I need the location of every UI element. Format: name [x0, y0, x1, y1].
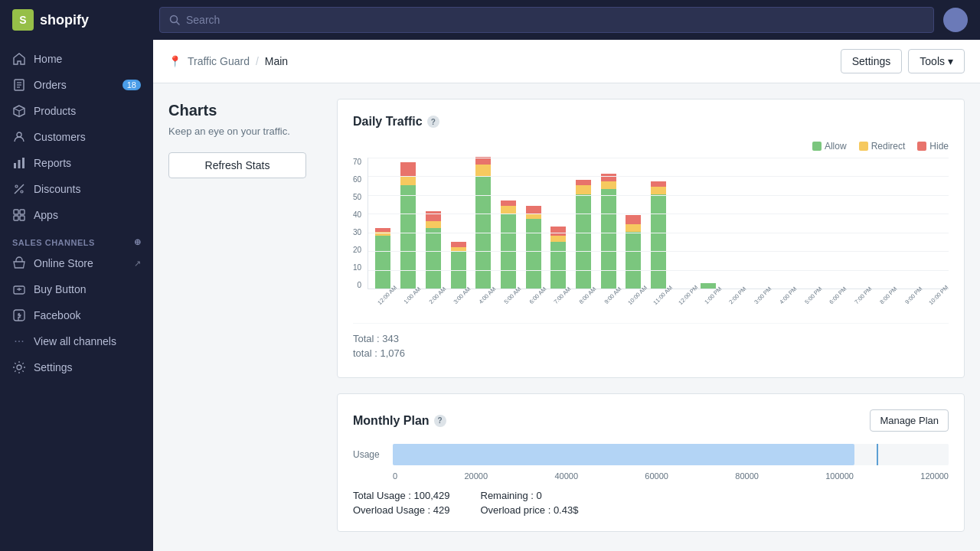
sidebar-item-discounts[interactable]: Discounts: [0, 176, 153, 202]
sidebar-item-apps[interactable]: Apps: [0, 202, 153, 228]
search-input[interactable]: [186, 14, 924, 26]
external-link-icon: ↗: [134, 259, 141, 269]
sidebar-item-buy-button[interactable]: Buy Button: [0, 276, 153, 302]
y-label-60: 60: [353, 175, 361, 184]
bar-group-8: [572, 158, 596, 289]
total2-stat: total : 1,076: [353, 347, 949, 359]
bar-group-19: [847, 158, 871, 289]
legend-redirect-dot: [859, 142, 868, 151]
avatar[interactable]: [943, 8, 968, 32]
svg-point-24: [17, 365, 21, 370]
bar-group-20: [872, 158, 896, 289]
x-label-80000: 80000: [735, 471, 759, 481]
search-bar[interactable]: [159, 7, 934, 33]
sidebar-item-products[interactable]: Products: [0, 98, 153, 124]
sidebar-item-reports-label: Reports: [34, 157, 71, 169]
usage-label: Usage: [353, 449, 384, 460]
sidebar: Home Orders 18 Products Customers: [0, 40, 153, 551]
total-stat: Total : 343: [353, 333, 949, 344]
sidebar-item-customers-label: Customers: [34, 131, 86, 143]
y-label-30: 30: [353, 228, 361, 236]
bar-group-4: [472, 158, 495, 289]
total-usage-label: Total Usage : 100,429: [353, 490, 450, 501]
bar-group-21: [897, 158, 921, 289]
remaining-label: Remaining : 0: [481, 490, 579, 501]
monthly-plan-card: Monthly Plan ? Manage Plan Usage: [337, 393, 965, 532]
sidebar-item-facebook[interactable]: Facebook: [0, 302, 153, 328]
overload-price-label: Overload price : 0.43$: [481, 504, 579, 516]
products-icon: [12, 104, 26, 118]
shopify-logo-icon: S: [12, 9, 34, 31]
bar-group-12: [671, 158, 695, 289]
apps-icon: [12, 208, 26, 222]
sidebar-item-online-store[interactable]: Online Store ↗: [0, 250, 153, 276]
left-panel: Charts Keep an eye on your traffic. Refr…: [153, 83, 322, 551]
view-all-channels-label: View all channels: [34, 335, 116, 347]
bar-group-17: [797, 158, 821, 289]
chart-legend: Allow Redirect Hide: [353, 141, 949, 152]
daily-traffic-card: Daily Traffic ? Allow Redirect: [337, 99, 965, 378]
refresh-stats-button[interactable]: Refresh Stats: [168, 152, 306, 178]
bar-group-16: [772, 158, 795, 289]
topnav: S shopify: [0, 0, 980, 40]
sidebar-item-customers[interactable]: Customers: [0, 124, 153, 150]
sidebar-item-discounts-label: Discounts: [34, 183, 80, 195]
sidebar-item-orders[interactable]: Orders 18: [0, 72, 153, 98]
manage-plan-button[interactable]: Manage Plan: [870, 409, 949, 432]
online-store-icon: [12, 256, 26, 270]
right-panel: Daily Traffic ? Allow Redirect: [322, 83, 980, 551]
monthly-plan-header: Monthly Plan ? Manage Plan: [353, 409, 949, 432]
svg-line-7: [14, 109, 19, 112]
sidebar-item-reports[interactable]: Reports: [0, 150, 153, 176]
content-area: Charts Keep an eye on your traffic. Refr…: [153, 83, 980, 551]
add-channel-icon[interactable]: ⊕: [134, 237, 142, 247]
sidebar-item-products-label: Products: [34, 105, 76, 117]
usage-bar-marker: [877, 444, 878, 465]
home-icon: [12, 52, 26, 66]
settings-icon: [12, 360, 26, 374]
legend-hide-dot: [917, 142, 926, 151]
total2-value: 1,076: [380, 347, 405, 359]
legend-redirect: Redirect: [859, 141, 906, 152]
settings-button[interactable]: Settings: [841, 49, 903, 73]
bar-group-18: [822, 158, 846, 289]
bar-group-14: [722, 158, 746, 289]
sidebar-item-settings[interactable]: Settings: [0, 354, 153, 380]
x-label-120000: 120000: [920, 471, 949, 481]
sidebar-item-settings-label: Settings: [34, 361, 73, 373]
tools-dropdown-icon: ▾: [948, 55, 953, 67]
remaining-stat: Remaining : 0 Overload price : 0.43$: [481, 490, 579, 516]
tools-button[interactable]: Tools ▾: [908, 49, 965, 73]
sidebar-item-apps-label: Apps: [34, 209, 58, 221]
sidebar-item-view-all-channels[interactable]: ··· View all channels: [0, 328, 153, 354]
x-label-0: 0: [393, 471, 397, 481]
tools-button-label: Tools: [920, 55, 945, 67]
sales-channels-section: SALES CHANNELS ⊕: [0, 228, 153, 250]
total-usage-stat: Total Usage : 100,429 Overload Usage : 4…: [353, 490, 450, 516]
sidebar-item-facebook-label: Facebook: [34, 309, 80, 321]
svg-rect-12: [22, 158, 24, 168]
facebook-icon: [12, 308, 26, 322]
usage-row: Usage: [353, 444, 949, 465]
total2-label: total :: [353, 347, 380, 359]
total-value: 343: [382, 333, 399, 344]
chart-stats: Total : 343 total : 1,076: [353, 323, 949, 359]
daily-traffic-info-icon[interactable]: ?: [427, 116, 439, 128]
svg-rect-16: [14, 210, 18, 214]
x-label-20000: 20000: [464, 471, 488, 481]
bar-chart: 70 60 50 40 30 20 10 0: [353, 158, 949, 311]
breadcrumb-app-name[interactable]: Traffic Guard: [188, 55, 250, 67]
sidebar-item-home-label: Home: [34, 53, 62, 65]
total-label: Total :: [353, 333, 382, 344]
monthly-plan-info-icon[interactable]: ?: [434, 415, 446, 427]
monthly-plan-title-row: Monthly Plan ?: [353, 414, 446, 428]
monthly-plan-title: Monthly Plan: [353, 414, 430, 428]
bar-group-15: [746, 158, 770, 289]
logo: S shopify: [12, 9, 150, 31]
y-label-50: 50: [353, 193, 361, 201]
sidebar-item-home[interactable]: Home: [0, 46, 153, 72]
x-label-40000: 40000: [554, 471, 578, 481]
breadcrumb-current: Main: [265, 55, 288, 67]
svg-rect-17: [20, 210, 24, 214]
sidebar-item-online-store-label: Online Store: [34, 257, 93, 269]
